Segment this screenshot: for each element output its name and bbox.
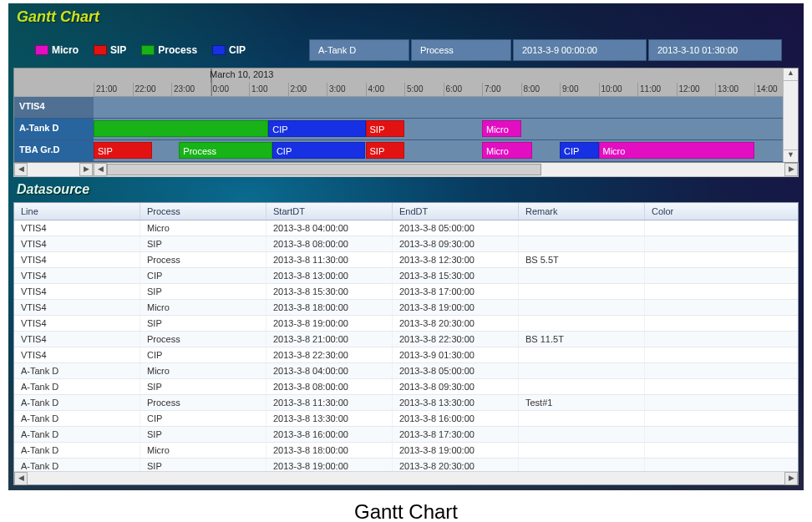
- col-process[interactable]: Process: [140, 203, 266, 220]
- scroll-right-icon[interactable]: ▶: [784, 163, 798, 176]
- table-row[interactable]: A-Tank DSIP2013-3-8 16:00:002013-3-8 17:…: [14, 427, 798, 443]
- col-enddt[interactable]: EndDT: [393, 203, 519, 220]
- lane-tbagrd[interactable]: SIPProcessCIPSIPMicroCIPMicro: [94, 140, 783, 162]
- cell-line: A-Tank D: [14, 459, 140, 471]
- cell-enddt: 2013-3-8 05:00:00: [393, 220, 519, 236]
- cell-enddt: 2013-3-8 09:30:00: [393, 379, 519, 394]
- table-row[interactable]: VTIS4SIP2013-3-8 15:30:002013-3-8 17:00:…: [14, 284, 798, 300]
- row-header-vtis4[interactable]: VTIS4: [14, 97, 94, 119]
- legend-item-micro: Micro: [35, 44, 79, 56]
- cell-startdt: 2013-3-8 11:30:00: [266, 395, 393, 410]
- row-header-atankd[interactable]: A-Tank D: [14, 119, 94, 140]
- scroll-right-icon[interactable]: ▶: [79, 163, 93, 176]
- cell-startdt: 2013-3-8 21:00:00: [266, 332, 393, 347]
- time-tick: 10:00: [599, 83, 624, 96]
- gantt-bar-micro[interactable]: Micro: [482, 142, 532, 159]
- gantt-bar-process[interactable]: [94, 120, 268, 137]
- cell-color: [645, 347, 798, 362]
- cell-enddt: 2013-3-8 19:00:00: [393, 443, 519, 458]
- cell-line: A-Tank D: [14, 379, 140, 394]
- hscroll-thumb[interactable]: [107, 164, 541, 175]
- grid-hscroll[interactable]: ◀ ▶: [14, 471, 798, 484]
- app-window: Gantt Chart MicroSIPProcessCIP A-Tank D …: [8, 3, 804, 490]
- legend-swatch: [35, 45, 48, 55]
- table-row[interactable]: A-Tank DSIP2013-3-8 08:00:002013-3-8 09:…: [14, 379, 798, 395]
- row-header-hscroll[interactable]: ◀ ▶: [14, 163, 94, 176]
- cell-enddt: 2013-3-8 22:30:00: [393, 332, 519, 347]
- cell-line: A-Tank D: [14, 443, 140, 458]
- cell-color: [645, 395, 798, 410]
- col-line[interactable]: Line: [14, 203, 140, 220]
- gantt-panel: ▲ ▼ VTIS4 A-Tank D TBA Gr.D March 10, 20…: [13, 68, 799, 177]
- scroll-left-icon[interactable]: ◀: [94, 163, 107, 176]
- cell-process: Micro: [140, 220, 266, 236]
- table-row[interactable]: VTIS4CIP2013-3-8 13:00:002013-3-8 15:30:…: [14, 268, 798, 284]
- table-row[interactable]: A-Tank DMicro2013-3-8 18:00:002013-3-8 1…: [14, 443, 798, 459]
- table-row[interactable]: VTIS4Process2013-3-8 11:30:002013-3-8 12…: [14, 252, 798, 268]
- info-start: 2013-3-9 00:00:00: [513, 39, 647, 61]
- cell-remark: [519, 443, 645, 458]
- cell-startdt: 2013-3-8 11:30:00: [266, 252, 393, 267]
- scroll-up-icon[interactable]: ▲: [784, 68, 798, 81]
- table-row[interactable]: A-Tank DProcess2013-3-8 11:30:002013-3-8…: [14, 395, 798, 411]
- gantt-bar-sip[interactable]: SIP: [366, 120, 405, 137]
- cell-enddt: 2013-3-8 09:30:00: [393, 236, 519, 251]
- gantt-bar-micro[interactable]: Micro: [599, 142, 754, 159]
- cell-color: [645, 363, 798, 378]
- cell-startdt: 2013-3-8 18:00:00: [266, 300, 393, 315]
- scroll-left-icon[interactable]: ◀: [14, 163, 28, 176]
- row-header-spacer: [14, 68, 94, 97]
- col-color[interactable]: Color: [645, 203, 798, 220]
- cell-line: VTIS4: [14, 284, 140, 299]
- scroll-down-icon[interactable]: ▼: [784, 150, 798, 162]
- cell-remark: [519, 284, 645, 299]
- gantt-bar-cip[interactable]: CIP: [560, 142, 599, 159]
- lane-vtis4[interactable]: [94, 97, 783, 119]
- legend-holder: MicroSIPProcessCIP: [35, 44, 246, 56]
- cell-enddt: 2013-3-9 01:30:00: [393, 347, 519, 362]
- gantt-bar-sip[interactable]: SIP: [366, 142, 405, 159]
- gantt-vscroll[interactable]: ▲ ▼: [783, 68, 798, 162]
- lane-atankd[interactable]: CIPSIPMicro: [94, 119, 783, 140]
- cell-startdt: 2013-3-8 08:00:00: [266, 379, 393, 394]
- gantt-bar-sip[interactable]: SIP: [94, 142, 152, 159]
- cell-startdt: 2013-3-8 04:00:00: [266, 220, 393, 236]
- gantt-viewport[interactable]: VTIS4 A-Tank D TBA Gr.D March 10, 2013 2…: [14, 68, 783, 162]
- cell-color: [645, 252, 798, 267]
- cell-process: CIP: [140, 347, 266, 362]
- cell-color: [645, 427, 798, 442]
- day-label: March 10, 2013: [210, 69, 273, 79]
- table-row[interactable]: A-Tank DCIP2013-3-8 13:30:002013-3-8 16:…: [14, 411, 798, 427]
- cell-process: SIP: [140, 427, 266, 442]
- time-tick: 21:00: [94, 83, 119, 96]
- time-tick: 1:00: [249, 83, 269, 96]
- time-tick: 22:00: [133, 83, 158, 96]
- table-row[interactable]: VTIS4CIP2013-3-8 22:30:002013-3-9 01:30:…: [14, 347, 798, 363]
- scroll-left-icon[interactable]: ◀: [14, 472, 28, 485]
- table-row[interactable]: VTIS4Micro2013-3-8 04:00:002013-3-8 05:0…: [14, 220, 798, 236]
- time-tick: 23:00: [171, 83, 196, 96]
- row-headers: VTIS4 A-Tank D TBA Gr.D: [14, 68, 94, 162]
- col-remark[interactable]: Remark: [519, 203, 645, 220]
- timeline-hscroll[interactable]: ◀ ▶: [94, 163, 798, 176]
- cell-enddt: 2013-3-8 17:30:00: [393, 427, 519, 442]
- table-row[interactable]: VTIS4SIP2013-3-8 19:00:002013-3-8 20:30:…: [14, 316, 798, 332]
- gantt-bar-cip[interactable]: CIP: [268, 120, 365, 137]
- scroll-right-icon[interactable]: ▶: [784, 472, 798, 485]
- gantt-bar-micro[interactable]: Micro: [482, 120, 521, 137]
- cell-line: A-Tank D: [14, 411, 140, 426]
- time-tick: 3:00: [327, 83, 347, 96]
- gantt-bar-process[interactable]: Process: [179, 142, 272, 159]
- grid-body[interactable]: VTIS4Micro2013-3-8 04:00:002013-3-8 05:0…: [14, 220, 798, 471]
- table-row[interactable]: A-Tank DSIP2013-3-8 19:00:002013-3-8 20:…: [14, 459, 798, 471]
- row-header-tbagrd[interactable]: TBA Gr.D: [14, 140, 94, 162]
- cell-line: A-Tank D: [14, 363, 140, 378]
- table-row[interactable]: VTIS4Process2013-3-8 21:00:002013-3-8 22…: [14, 332, 798, 347]
- col-startdt[interactable]: StartDT: [266, 203, 393, 220]
- page-title: Gantt Chart: [8, 3, 804, 28]
- cell-color: [645, 316, 798, 331]
- gantt-bar-cip[interactable]: CIP: [272, 142, 366, 159]
- table-row[interactable]: VTIS4Micro2013-3-8 18:00:002013-3-8 19:0…: [14, 300, 798, 316]
- table-row[interactable]: A-Tank DMicro2013-3-8 04:00:002013-3-8 0…: [14, 363, 798, 379]
- table-row[interactable]: VTIS4SIP2013-3-8 08:00:002013-3-8 09:30:…: [14, 236, 798, 252]
